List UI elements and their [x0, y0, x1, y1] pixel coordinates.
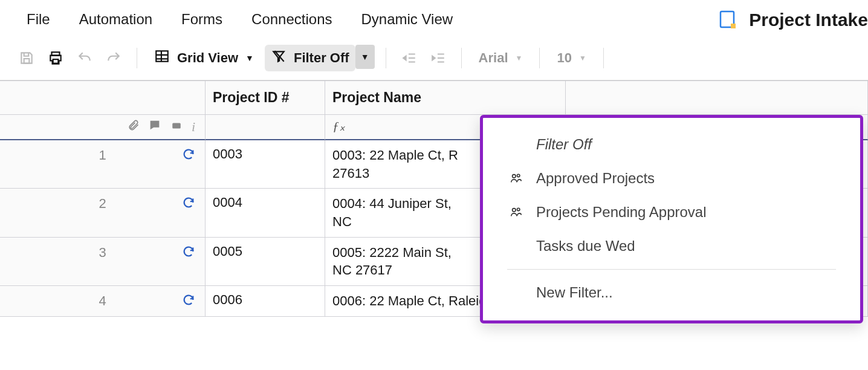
filter-option-new[interactable]: New Filter...	[483, 276, 860, 310]
redo-button[interactable]	[102, 46, 126, 70]
filter-option-pending[interactable]: Projects Pending Approval	[483, 195, 860, 229]
font-name: Arial	[479, 50, 508, 66]
filter-label: Filter Off	[294, 50, 349, 66]
filter-option-off[interactable]: Filter Off	[483, 128, 860, 161]
menu-forms[interactable]: Forms	[181, 11, 222, 28]
svg-point-7	[517, 174, 519, 177]
toolbar: Grid View ▼ Filter Off ▼ Arial ▼ 10 ▼	[0, 39, 868, 80]
proof-icon	[170, 119, 183, 135]
filter-option-label: New Filter...	[536, 284, 613, 301]
info-icon: i	[192, 119, 195, 135]
cell-project-id[interactable]: 0005	[206, 238, 325, 286]
caret-down-icon: ▼	[516, 54, 523, 62]
svg-rect-3	[53, 59, 59, 63]
fx-cell-id	[206, 115, 325, 140]
svg-point-9	[517, 208, 519, 210]
row-header[interactable]: 1	[0, 140, 206, 189]
row-number: 2	[7, 196, 198, 212]
filter-option-approved[interactable]: Approved Projects	[483, 161, 860, 195]
cell-project-id[interactable]: 0006	[206, 286, 325, 317]
toolbar-divider	[386, 48, 386, 68]
col-header-right[interactable]	[566, 81, 868, 115]
font-size: 10	[557, 50, 571, 66]
svg-point-6	[513, 175, 516, 178]
menu-file[interactable]: File	[27, 11, 50, 28]
row-indicators: i	[0, 115, 206, 140]
shared-icon	[507, 206, 525, 219]
row-header[interactable]: 2	[0, 189, 206, 237]
filter-button[interactable]: Filter Off	[265, 45, 355, 71]
refresh-icon	[182, 293, 195, 310]
filter-icon	[271, 48, 287, 68]
col-header-project-id[interactable]: Project ID #	[206, 81, 325, 115]
row-header[interactable]: 3	[0, 238, 206, 286]
sheet-title[interactable]: Project Intake	[749, 10, 868, 30]
row-header[interactable]: 4	[0, 286, 206, 317]
caret-down-icon: ▼	[361, 52, 369, 62]
svg-point-8	[513, 209, 516, 212]
caret-down-icon: ▼	[245, 53, 254, 63]
toolbar-divider	[539, 48, 540, 68]
indent-button[interactable]	[426, 46, 450, 70]
toolbar-divider	[137, 48, 137, 68]
filter-dropdown-menu: Filter Off Approved Projects Projects Pe…	[480, 115, 863, 323]
font-size-picker[interactable]: 10 ▼	[551, 47, 592, 70]
shared-icon	[507, 172, 525, 185]
svg-rect-5	[172, 123, 181, 129]
filter-option-tasks-wed[interactable]: Tasks due Wed	[483, 229, 860, 263]
print-button[interactable]	[44, 46, 68, 70]
toolbar-divider	[461, 48, 462, 68]
sheet-icon	[719, 10, 738, 30]
cell-project-id[interactable]: 0003	[206, 140, 325, 189]
row-number-header	[0, 81, 206, 115]
view-label: Grid View	[177, 50, 238, 66]
row-number: 1	[7, 148, 198, 163]
refresh-icon	[182, 245, 195, 262]
save-button[interactable]	[15, 46, 39, 70]
grid-icon	[154, 48, 170, 68]
menu-connections[interactable]: Connections	[251, 11, 332, 28]
menu-separator	[507, 269, 836, 270]
menu-dynamic-view[interactable]: Dynamic View	[361, 11, 453, 28]
menu-automation[interactable]: Automation	[79, 11, 152, 28]
outdent-button[interactable]	[397, 46, 421, 70]
row-number: 4	[7, 293, 198, 309]
view-switcher[interactable]: Grid View ▼	[148, 45, 260, 71]
refresh-icon	[182, 196, 195, 213]
undo-button[interactable]	[73, 46, 97, 70]
filter-dropdown-caret[interactable]: ▼	[355, 45, 375, 69]
attachment-icon	[128, 118, 140, 135]
toolbar-divider	[603, 48, 604, 68]
cell-project-id[interactable]: 0004	[206, 189, 325, 237]
filter-option-label: Approved Projects	[536, 170, 655, 187]
comment-icon	[148, 118, 161, 135]
filter-option-label: Tasks due Wed	[536, 238, 635, 255]
sheet-header: Project Intake	[719, 10, 868, 30]
col-header-project-name[interactable]: Project Name	[325, 81, 566, 115]
caret-down-icon: ▼	[579, 54, 586, 62]
row-number: 3	[7, 245, 198, 261]
refresh-icon	[182, 148, 195, 164]
font-picker[interactable]: Arial ▼	[473, 47, 529, 70]
filter-option-label: Filter Off	[536, 136, 592, 153]
svg-rect-1	[24, 59, 30, 63]
filter-option-label: Projects Pending Approval	[536, 204, 707, 221]
